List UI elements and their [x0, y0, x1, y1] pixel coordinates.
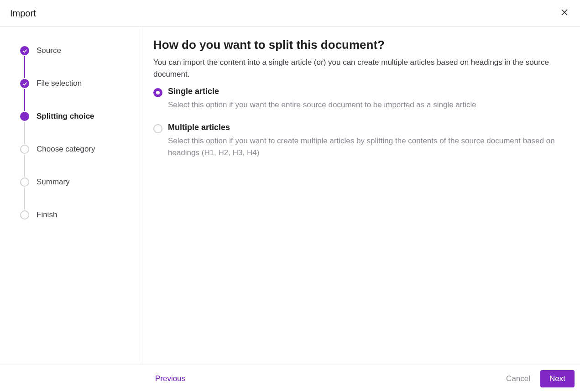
step-indicator-pending [20, 210, 29, 220]
step-connector [24, 89, 25, 111]
close-button[interactable] [559, 7, 570, 20]
step-label: Source [37, 45, 61, 56]
dialog-header: Import [0, 0, 580, 27]
step-label: Finish [37, 209, 57, 220]
previous-button[interactable]: Previous [155, 374, 185, 383]
option-single-article[interactable]: Single article Select this option if you… [153, 87, 570, 111]
option-title: Multiple articles [168, 123, 570, 132]
stepper-sidebar: Source File selection Splitting choice C… [0, 27, 142, 365]
footer-right-group: Cancel Next [506, 370, 575, 387]
step-splitting-choice[interactable]: Splitting choice [20, 111, 131, 122]
check-icon [22, 48, 27, 53]
check-icon [22, 81, 27, 86]
option-body: Multiple articles Select this option if … [168, 123, 570, 159]
step-finish[interactable]: Finish [20, 209, 131, 220]
step-label: File selection [37, 78, 82, 89]
step-connector [24, 122, 25, 144]
radio-selected-icon [153, 88, 162, 97]
step-indicator-pending [20, 178, 29, 187]
page-heading: How do you want to split this document? [153, 38, 570, 52]
step-indicator-completed [20, 79, 29, 88]
step-label: Splitting choice [37, 111, 94, 122]
page-subheading: You can import the content into a single… [153, 57, 570, 80]
step-source[interactable]: Source [20, 45, 131, 56]
close-icon [561, 9, 568, 16]
step-indicator-completed [20, 46, 29, 55]
option-description: Select this option if you want to create… [168, 135, 570, 159]
next-button[interactable]: Next [540, 370, 575, 387]
step-connector [24, 155, 25, 177]
stepper: Source File selection Splitting choice C… [20, 45, 131, 220]
step-indicator-current [20, 112, 29, 121]
step-label: Summary [37, 177, 70, 188]
step-label: Choose category [37, 144, 95, 155]
step-indicator-pending [20, 145, 29, 154]
dialog-footer: Previous Cancel Next [0, 365, 580, 392]
radio-unselected-icon [153, 124, 162, 133]
main-content: How do you want to split this document? … [142, 27, 580, 365]
step-connector [24, 188, 25, 209]
step-file-selection[interactable]: File selection [20, 78, 131, 89]
step-summary[interactable]: Summary [20, 177, 131, 188]
dialog-body: Source File selection Splitting choice C… [0, 27, 580, 365]
dialog-title: Import [10, 8, 36, 19]
option-description: Select this option if you want the entir… [168, 99, 476, 111]
step-connector [24, 56, 25, 78]
cancel-button[interactable]: Cancel [506, 374, 530, 383]
option-title: Single article [168, 87, 476, 96]
option-multiple-articles[interactable]: Multiple articles Select this option if … [153, 123, 570, 159]
option-body: Single article Select this option if you… [168, 87, 476, 111]
step-choose-category[interactable]: Choose category [20, 144, 131, 155]
